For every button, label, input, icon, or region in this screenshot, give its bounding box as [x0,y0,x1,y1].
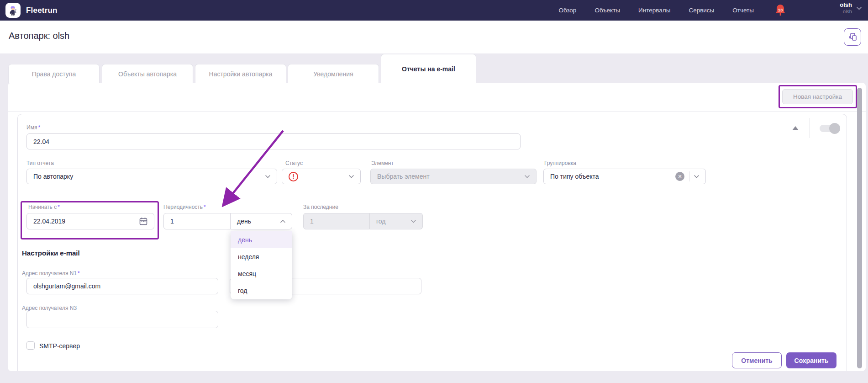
for-last-value-input: 1 [303,213,370,229]
calendar-icon[interactable] [139,217,147,225]
page-title: Автопарк: olsh [9,31,69,41]
periodicity-unit-select[interactable]: день [231,213,292,229]
tab-access-rights[interactable]: Права доступа [8,64,100,83]
nav-item-services[interactable]: Сервисы [689,7,714,14]
copy-icon [848,32,857,42]
save-button[interactable]: Сохранить [786,352,836,368]
grouping-select[interactable]: По типу объекта ✕ [543,169,706,184]
for-last-unit-value: год [376,218,411,225]
nav-item-objects[interactable]: Объекты [594,7,620,14]
toggle-knob [829,123,840,134]
header-mini-divider [809,118,810,138]
start-from-value: 22.04.2019 [33,218,139,225]
fleetrun-logo[interactable] [5,3,21,18]
chevron-down-icon [265,175,270,178]
start-from-label: Начинать с* [28,204,60,210]
setting-enabled-toggle[interactable] [820,125,839,132]
chevron-down-icon [349,175,354,178]
periodicity-unit-value: день [237,218,280,225]
new-setting-button[interactable]: Новая настройка [782,89,853,104]
email-settings-heading: Настройки e-mail [22,249,80,257]
chevron-down-icon [694,175,699,178]
notifications-count: 13 [778,7,783,12]
brand-name: Fleetrun [26,0,58,21]
for-last-label: За последние [303,204,338,210]
recipient1-input[interactable] [26,278,218,294]
dropdown-option-day[interactable]: день [231,231,292,248]
nav-item-overview[interactable]: Обзор [558,7,576,14]
periodicity-value-input[interactable] [163,213,231,229]
title-bar: Автопарк: olsh [0,21,868,53]
tab-notifications[interactable]: Уведомления [288,64,379,83]
for-last-value: 1 [310,218,363,225]
collapse-icon[interactable] [792,126,799,130]
for-last-unit-select: год [370,213,423,229]
report-type-select[interactable]: По автопарку [26,169,277,184]
app-screen: Fleetrun Обзор Объекты Интервалы Сервисы… [0,0,868,383]
status-select[interactable]: ! [282,169,361,184]
grouping-value: По типу объекта [550,173,675,180]
tab-fleet-settings[interactable]: Настройки автопарка [195,64,286,83]
recipient3-label: Адрес получателя N3 [22,305,77,311]
name-label: Имя* [26,124,40,131]
main-menu: Обзор Объекты Интервалы Сервисы Отчеты [558,0,754,21]
chevron-up-icon [280,220,285,223]
vertical-scrollbar[interactable] [857,88,862,368]
notifications-bell-icon[interactable]: 13 [774,4,787,17]
tab-email-reports[interactable]: Отчеты на e-mail [381,54,476,83]
dropdown-option-month[interactable]: месяц [231,265,292,282]
copy-settings-button[interactable] [844,28,861,46]
cancel-button[interactable]: Отменить [732,352,782,368]
clear-icon[interactable]: ✕ [675,172,684,181]
user-account: olsh [840,8,852,15]
status-error-icon: ! [289,172,298,181]
toolbar-divider [8,111,866,112]
tab-fleet-objects[interactable]: Объекты автопарка [102,64,193,83]
user-name: olsh [840,2,852,8]
report-type-value: По автопарку [33,173,265,180]
smtp-checkbox[interactable] [26,341,35,350]
recipient1-label: Адрес получателя N1* [22,270,80,277]
periodicity-dropdown-menu: день неделя месяц год [231,231,292,299]
nav-item-reports[interactable]: Отчеты [732,7,754,14]
nav-item-intervals[interactable]: Интервалы [638,7,670,14]
element-label: Элемент [371,160,394,166]
select-divider [689,171,689,181]
periodicity-label: Периодичность* [163,204,206,210]
smtp-label: SMTP-сервер [39,342,80,350]
dropdown-option-week[interactable]: неделя [231,248,292,265]
name-input[interactable] [26,133,521,149]
start-from-date-input[interactable]: 22.04.2019 [26,213,154,229]
report-type-label: Тип отчета [26,160,54,166]
user-menu[interactable]: olsh olsh [840,2,862,15]
status-label: Статус [285,160,303,166]
recipient3-input[interactable] [26,311,218,328]
mascot-icon [8,5,19,16]
report-setting-card [17,114,847,371]
element-placeholder: Выбрать элемент [377,173,525,180]
chevron-down-icon [857,7,862,10]
dropdown-option-year[interactable]: год [231,282,292,299]
grouping-label: Группировка [544,160,576,166]
element-select: Выбрать элемент [370,169,537,184]
chevron-down-icon [525,175,530,178]
chevron-down-icon [411,220,416,223]
top-navbar: Fleetrun Обзор Объекты Интервалы Сервисы… [0,0,868,21]
